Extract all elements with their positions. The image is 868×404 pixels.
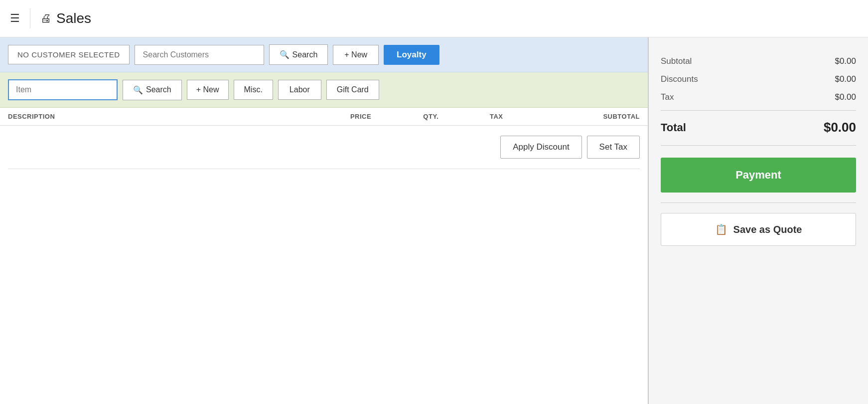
save-quote-divider: [661, 202, 856, 203]
search-customers-input[interactable]: [135, 45, 264, 65]
col-header-tax: TAX: [448, 113, 544, 120]
set-tax-button[interactable]: Set Tax: [587, 136, 640, 159]
new-item-button[interactable]: + New: [187, 80, 229, 100]
left-panel: NO CUSTOMER SELECTED 🔍 Search + New Loya…: [0, 37, 649, 404]
search-customers-label: Search: [292, 50, 318, 59]
no-customer-label: NO CUSTOMER SELECTED: [8, 45, 130, 64]
register-icon: 🖨: [40, 12, 51, 25]
tax-label: Tax: [661, 92, 674, 102]
search-icon: 🔍: [280, 50, 289, 59]
search-customers-button[interactable]: 🔍 Search: [269, 44, 328, 65]
gift-card-button[interactable]: Gift Card: [326, 80, 379, 100]
misc-button[interactable]: Misc.: [234, 80, 273, 100]
item-input[interactable]: [8, 79, 118, 100]
discounts-row: Discounts $0.00: [661, 70, 856, 88]
payment-button[interactable]: Payment: [661, 158, 856, 193]
new-customer-button[interactable]: + New: [333, 45, 379, 65]
total-value: $0.00: [824, 120, 856, 135]
search-item-icon: 🔍: [133, 85, 143, 95]
discounts-label: Discounts: [661, 74, 698, 84]
col-header-description: DESCRIPTION: [8, 113, 295, 120]
tax-value: $0.00: [835, 92, 856, 102]
total-label: Total: [661, 121, 686, 134]
apply-discount-button[interactable]: Apply Discount: [500, 136, 581, 159]
col-header-price: PRICE: [295, 113, 382, 120]
subtotal-row: Subtotal $0.00: [661, 52, 856, 70]
page-title: Sales: [56, 10, 91, 26]
save-quote-label: Save as Quote: [733, 224, 802, 235]
table-action-buttons: Apply Discount Set Tax: [8, 136, 640, 159]
customer-bar: NO CUSTOMER SELECTED 🔍 Search + New Loya…: [0, 37, 648, 72]
nav-divider: [30, 8, 30, 28]
loyalty-label: Loyalty: [397, 50, 427, 59]
set-tax-label: Set Tax: [599, 142, 627, 152]
hamburger-icon[interactable]: ☰: [10, 12, 20, 25]
misc-label: Misc.: [244, 85, 263, 94]
top-bar: ☰ 🖨 Sales: [0, 0, 868, 37]
payment-divider: [661, 145, 856, 146]
labor-label: Labor: [289, 85, 310, 94]
payment-label: Payment: [735, 169, 781, 181]
labor-button[interactable]: Labor: [278, 80, 321, 100]
new-customer-label: + New: [344, 50, 367, 59]
gift-card-label: Gift Card: [337, 85, 369, 94]
table-header: DESCRIPTION PRICE QTY. TAX SUBTOTAL: [0, 108, 648, 126]
col-header-subtotal: SUBTOTAL: [544, 113, 640, 120]
quote-icon: 📋: [715, 223, 727, 235]
loyalty-button[interactable]: Loyalty: [384, 45, 439, 65]
tax-row: Tax $0.00: [661, 88, 856, 106]
new-item-label: + New: [196, 85, 219, 94]
subtotal-label: Subtotal: [661, 56, 692, 66]
apply-discount-label: Apply Discount: [513, 142, 569, 152]
right-panel: Subtotal $0.00 Discounts $0.00 Tax $0.00…: [649, 37, 868, 404]
subtotal-value: $0.00: [835, 56, 856, 66]
item-bar: 🔍 Search + New Misc. Labor Gift Card: [0, 72, 648, 108]
search-item-button[interactable]: 🔍 Search: [123, 80, 182, 100]
save-quote-button[interactable]: 📋 Save as Quote: [661, 213, 856, 246]
col-header-qty: QTY.: [381, 113, 448, 120]
total-row: Total $0.00: [661, 115, 856, 145]
main-layout: NO CUSTOMER SELECTED 🔍 Search + New Loya…: [0, 37, 868, 404]
summary-divider: [661, 110, 856, 111]
table-divider: [8, 169, 640, 169]
discounts-value: $0.00: [835, 74, 856, 84]
summary-section: Subtotal $0.00 Discounts $0.00 Tax $0.00: [661, 52, 856, 106]
table-body: Apply Discount Set Tax: [0, 126, 648, 404]
search-item-label: Search: [146, 85, 171, 94]
